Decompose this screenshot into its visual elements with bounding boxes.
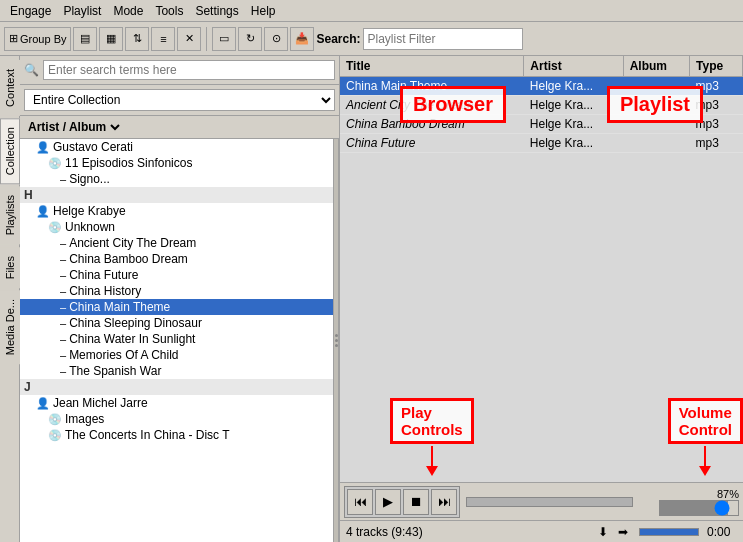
menu-settings[interactable]: Settings [189, 3, 244, 19]
group-by-button[interactable]: ⊞ Group By [4, 27, 71, 51]
volume-percent: 87% [717, 488, 739, 500]
tree-album-11ep[interactable]: 💿 11 Episodios Sinfonicos [20, 155, 333, 171]
table-cell: China Main Theme [340, 77, 524, 96]
tree-artist-jean[interactable]: 👤 Jean Michel Jarre [20, 395, 333, 411]
table-cell: Helge Kra... [524, 77, 623, 96]
table-cell [623, 96, 689, 115]
refresh-btn[interactable]: ↻ [238, 27, 262, 51]
tab-collection[interactable]: Collection [0, 118, 20, 184]
time-display: 0:00 [707, 525, 737, 539]
panel-splitter[interactable] [333, 139, 339, 542]
tree-track-spanish[interactable]: – The Spanish War [20, 363, 333, 379]
browser-search-input[interactable] [43, 60, 335, 80]
tree-item-label: Signo... [69, 172, 110, 186]
artist-icon: 👤 [36, 205, 50, 218]
volume-slider[interactable] [659, 500, 739, 516]
table-row[interactable]: China FutureHelge Kra...mp3 [340, 134, 743, 153]
play-button[interactable]: ▶ [375, 489, 401, 515]
table-cell: mp3 [690, 134, 743, 153]
progress-bar[interactable] [466, 497, 633, 507]
tree-header-h: H [20, 187, 333, 203]
table-cell: mp3 [690, 115, 743, 134]
track-bullet: – [60, 253, 66, 265]
next-button[interactable]: ⏭ [431, 489, 457, 515]
tree-artist-gustavo[interactable]: 👤 Gustavo Cerati [20, 139, 333, 155]
bottom-bar: ⏮ ▶ ⏹ ⏭ Play Controls 87% [340, 482, 743, 520]
tree-item-label: China Water In Sunlight [69, 332, 195, 346]
table-cell: Helge Kra... [524, 115, 623, 134]
table-cell: mp3 [690, 96, 743, 115]
col-album[interactable]: Album [623, 56, 689, 77]
album-icon: 💿 [48, 157, 62, 170]
tree-item-label: China Future [69, 268, 138, 282]
browser-tree[interactable]: 👤 Gustavo Cerati 💿 11 Episodios Sinfonic… [20, 139, 333, 542]
forward-btn[interactable]: ⊙ [264, 27, 288, 51]
col-title[interactable]: Title [340, 56, 524, 77]
tree-album-images[interactable]: 💿 Images [20, 411, 333, 427]
track-bullet: – [60, 317, 66, 329]
table-cell: Ancient City The Dream [340, 96, 524, 115]
import-btn[interactable]: 📥 [290, 27, 314, 51]
tree-track-history[interactable]: – China History [20, 283, 333, 299]
table-cell [623, 77, 689, 96]
tab-files[interactable]: Files [0, 247, 20, 288]
tree-header-j: J [20, 379, 333, 395]
track-bullet: – [60, 237, 66, 249]
tree-album-unknown[interactable]: 💿 Unknown [20, 219, 333, 235]
tracks-table: Title Artist Album Type China Main Theme… [340, 56, 743, 153]
menu-mode[interactable]: Mode [107, 3, 149, 19]
download-icon[interactable]: ⬇ [595, 524, 611, 540]
forward-icon[interactable]: ➡ [615, 524, 631, 540]
col-artist[interactable]: Artist [524, 56, 623, 77]
tree-artist-helge[interactable]: 👤 Helge Krabye [20, 203, 333, 219]
table-row[interactable]: China Bamboo DreamHelge Kra...mp3 [340, 115, 743, 134]
menu-help[interactable]: Help [245, 3, 282, 19]
prev-button[interactable]: ⏮ [347, 489, 373, 515]
tree-item-label: Unknown [65, 220, 115, 234]
tree-track-future[interactable]: – China Future [20, 267, 333, 283]
stop-button[interactable]: ⏹ [403, 489, 429, 515]
tree-item-label: Ancient City The Dream [69, 236, 196, 250]
artist-album-dropdown[interactable]: Artist / Album [24, 119, 123, 135]
tree-track-main-theme[interactable]: – China Main Theme [20, 299, 333, 315]
volume-area: 87% [639, 488, 739, 516]
tree-track-ancient[interactable]: – Ancient City The Dream [20, 235, 333, 251]
menu-tools[interactable]: Tools [149, 3, 189, 19]
table-row[interactable]: Ancient City The DreamHelge Kra...mp3 [340, 96, 743, 115]
tree-item-label: The Concerts In China - Disc T [65, 428, 230, 442]
table-row[interactable]: China Main ThemeHelge Kra...mp3 [340, 77, 743, 96]
tab-media[interactable]: Media De... [0, 290, 20, 364]
tree-track-sleeping[interactable]: – China Sleeping Dinosaur [20, 315, 333, 331]
group-by-icon: ⊞ [9, 32, 18, 45]
table-cell: China Future [340, 134, 524, 153]
table-cell: mp3 [690, 77, 743, 96]
tab-context[interactable]: Context [0, 60, 20, 116]
icon-view-button[interactable]: ▤ [73, 27, 97, 51]
group-by-label: Group By [20, 33, 66, 45]
collection-dropdown[interactable]: Entire Collection [24, 89, 335, 111]
track-bullet: – [60, 349, 66, 361]
playlist-search-input[interactable] [363, 28, 523, 50]
tab-playlists[interactable]: Playlists [0, 186, 20, 244]
menu-playlist[interactable]: Playlist [57, 3, 107, 19]
close-button[interactable]: ✕ [177, 27, 201, 51]
playlist-table[interactable]: Title Artist Album Type China Main Theme… [340, 56, 743, 482]
browser-search-bar: 🔍 [20, 56, 339, 85]
album-icon: 💿 [48, 429, 62, 442]
tree-track-signo[interactable]: – Signo... [20, 171, 333, 187]
tree-item-label: China History [69, 284, 141, 298]
rectangle-btn[interactable]: ▭ [212, 27, 236, 51]
tree-track-water[interactable]: – China Water In Sunlight [20, 331, 333, 347]
column-view-button[interactable]: ≡ [151, 27, 175, 51]
tree-track-memories[interactable]: – Memories Of A Child [20, 347, 333, 363]
tree-item-label: Images [65, 412, 104, 426]
tree-track-bamboo[interactable]: – China Bamboo Dream [20, 251, 333, 267]
track-bullet: – [60, 285, 66, 297]
col-type[interactable]: Type [690, 56, 743, 77]
tree-album-concerts[interactable]: 💿 The Concerts In China - Disc T [20, 427, 333, 443]
track-bullet: – [60, 173, 66, 185]
menu-engage[interactable]: Engage [4, 3, 57, 19]
splitter-dot [335, 334, 338, 337]
list-view-button[interactable]: ▦ [99, 27, 123, 51]
sort-button[interactable]: ⇅ [125, 27, 149, 51]
